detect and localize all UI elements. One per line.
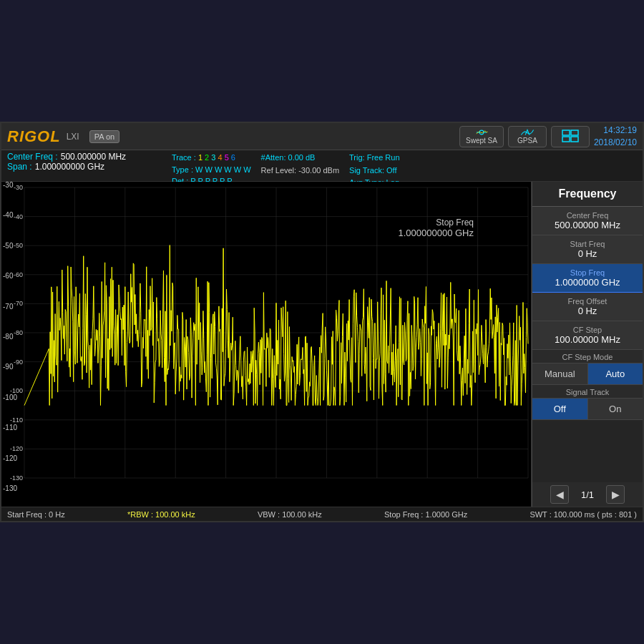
atten-label: #Atten: 0.00 dB	[261, 152, 339, 165]
layout-button[interactable]	[551, 126, 590, 147]
svg-rect-6	[571, 137, 578, 142]
time-display: 14:32:19	[594, 125, 637, 137]
cf-step-button[interactable]: CF Step 100.00000 MHz	[532, 321, 643, 350]
center-freq-btn-label: Center Freq	[538, 211, 637, 220]
pa-badge: PA on	[89, 130, 120, 143]
freq-offset-btn-label: Freq Offset	[538, 297, 637, 306]
freq-offset-btn-value: 0 Hz	[538, 306, 637, 316]
start-freq-btn-label: Start Freq	[538, 240, 637, 248]
chart-container: Stop Freq 1.000000000 GHz -30-40-50-60-7…	[1, 182, 532, 507]
next-page-button[interactable]: ▶	[606, 485, 625, 504]
cf-step-btn-value: 100.00000 MHz	[538, 334, 637, 345]
freq-info: Center Freq : 500.000000 MHz Span : 1.00…	[7, 152, 165, 172]
stop-freq-button[interactable]: Stop Freq 1.0000000 GHz	[532, 264, 643, 293]
svg-rect-5	[562, 137, 570, 142]
svg-rect-4	[571, 130, 578, 135]
logo: RIGOL	[7, 127, 61, 146]
stop-freq-btn-label: Stop Freq	[538, 268, 637, 277]
start-freq-button[interactable]: Start Freq 0 Hz	[532, 235, 643, 264]
stop-freq-status: Stop Freq : 1.0000 GHz	[384, 510, 467, 519]
gpsa-label: GPSA	[517, 137, 537, 145]
main-area: Stop Freq 1.000000000 GHz -30-40-50-60-7…	[1, 182, 643, 507]
rbw-status: *RBW : 100.00 kHz	[127, 510, 195, 519]
status-bar: Start Freq : 0 Hz *RBW : 100.00 kHz VBW …	[1, 507, 643, 521]
span-value: 1.000000000 GHz	[35, 162, 104, 172]
signal-track-on-button[interactable]: On	[588, 399, 643, 419]
logo-lxi: LXI	[67, 132, 79, 142]
swt-status: SWT : 100.000 ms ( pts : 801 )	[530, 510, 637, 519]
stop-freq-value: 1.000000000 GHz	[398, 228, 474, 238]
sig-track: Sig Track: Off	[349, 165, 400, 177]
stop-freq-overlay: Stop Freq 1.000000000 GHz	[398, 218, 474, 238]
svg-rect-3	[562, 130, 570, 135]
panel-title: Frequency	[532, 182, 643, 207]
center-freq-btn-value: 500.00000 MHz	[538, 220, 637, 230]
swept-sa-label: Swept SA	[466, 137, 497, 145]
page-nav: ◀ 1/1 ▶	[532, 482, 643, 507]
info-bar: Center Freq : 500.000000 MHz Span : 1.00…	[1, 150, 643, 182]
start-freq-status: Start Freq : 0 Hz	[7, 510, 65, 519]
cf-step-manual-button[interactable]: Manual	[532, 364, 588, 384]
center-freq-value: 500.000000 MHz	[61, 152, 126, 162]
date-display: 2018/02/10	[594, 137, 637, 149]
swept-sa-button[interactable]: Swept SA	[459, 126, 504, 147]
signal-track-toggle: Off On	[532, 399, 643, 420]
prev-page-button[interactable]: ◀	[550, 485, 569, 504]
stop-freq-label: Stop Freq	[398, 218, 474, 228]
trig-label: Trig: Free Run	[349, 152, 400, 165]
top-bar: RIGOL LXI PA on Swept SA GPSA	[1, 123, 643, 150]
signal-track-label: Signal Track	[532, 385, 643, 399]
center-freq-button[interactable]: Center Freq 500.00000 MHz	[532, 207, 643, 235]
datetime: 14:32:19 2018/02/10	[594, 125, 637, 149]
right-panel: Frequency Center Freq 500.00000 MHz Star…	[532, 182, 643, 507]
vbw-status: VBW : 100.00 kHz	[258, 510, 322, 519]
center-freq-label: Center Freq :	[7, 152, 58, 162]
span-label: Span :	[7, 162, 32, 172]
stop-freq-btn-value: 1.0000000 GHz	[538, 277, 637, 288]
cf-step-btn-label: CF Step	[538, 326, 637, 334]
cf-step-mode-label: CF Step Mode	[532, 350, 643, 364]
cf-step-auto-button[interactable]: Auto	[588, 364, 643, 384]
start-freq-btn-value: 0 Hz	[538, 248, 637, 259]
page-indicator: 1/1	[573, 489, 602, 500]
cf-step-mode-toggle: Manual Auto	[532, 364, 643, 385]
ref-level: Ref Level: -30.00 dBm	[261, 165, 339, 177]
signal-track-off-button[interactable]: Off	[532, 399, 588, 419]
gpsa-button[interactable]: GPSA	[508, 126, 547, 147]
atten-info: #Atten: 0.00 dB Ref Level: -30.00 dBm	[261, 152, 339, 177]
freq-offset-button[interactable]: Freq Offset 0 Hz	[532, 293, 643, 321]
